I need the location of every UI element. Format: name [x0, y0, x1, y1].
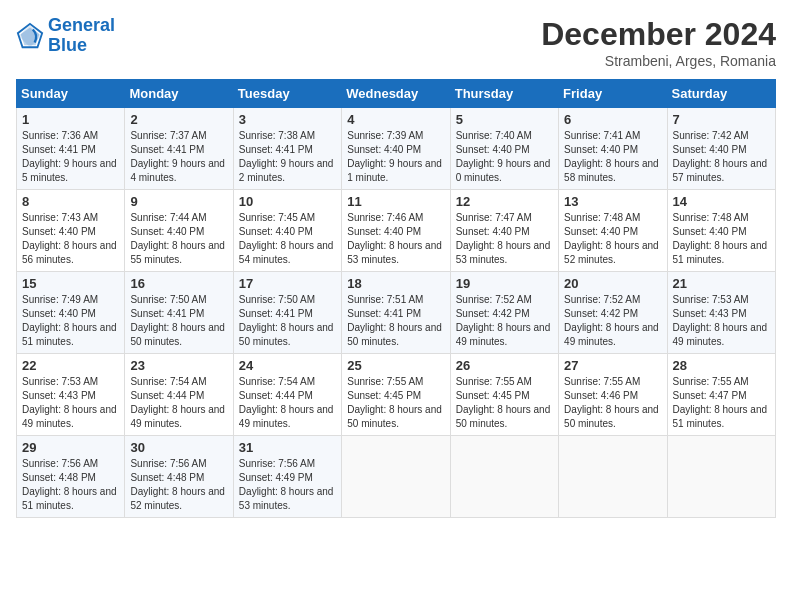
calendar-cell: 19Sunrise: 7:52 AMSunset: 4:42 PMDayligh…: [450, 272, 558, 354]
col-header-thursday: Thursday: [450, 80, 558, 108]
day-number: 22: [22, 358, 119, 373]
day-info: Sunrise: 7:47 AMSunset: 4:40 PMDaylight:…: [456, 211, 553, 267]
calendar-cell: 22Sunrise: 7:53 AMSunset: 4:43 PMDayligh…: [17, 354, 125, 436]
calendar-week-3: 15Sunrise: 7:49 AMSunset: 4:40 PMDayligh…: [17, 272, 776, 354]
day-info: Sunrise: 7:37 AMSunset: 4:41 PMDaylight:…: [130, 129, 227, 185]
calendar-cell: 31Sunrise: 7:56 AMSunset: 4:49 PMDayligh…: [233, 436, 341, 518]
col-header-tuesday: Tuesday: [233, 80, 341, 108]
day-number: 19: [456, 276, 553, 291]
day-number: 21: [673, 276, 770, 291]
calendar-cell: 29Sunrise: 7:56 AMSunset: 4:48 PMDayligh…: [17, 436, 125, 518]
day-info: Sunrise: 7:45 AMSunset: 4:40 PMDaylight:…: [239, 211, 336, 267]
day-number: 12: [456, 194, 553, 209]
calendar-cell: 30Sunrise: 7:56 AMSunset: 4:48 PMDayligh…: [125, 436, 233, 518]
day-info: Sunrise: 7:55 AMSunset: 4:45 PMDaylight:…: [347, 375, 444, 431]
day-number: 16: [130, 276, 227, 291]
day-number: 5: [456, 112, 553, 127]
day-number: 29: [22, 440, 119, 455]
title-area: December 2024 Strambeni, Arges, Romania: [541, 16, 776, 69]
day-info: Sunrise: 7:56 AMSunset: 4:49 PMDaylight:…: [239, 457, 336, 513]
calendar-cell: [667, 436, 775, 518]
day-info: Sunrise: 7:53 AMSunset: 4:43 PMDaylight:…: [22, 375, 119, 431]
day-info: Sunrise: 7:46 AMSunset: 4:40 PMDaylight:…: [347, 211, 444, 267]
calendar-cell: [450, 436, 558, 518]
day-info: Sunrise: 7:44 AMSunset: 4:40 PMDaylight:…: [130, 211, 227, 267]
day-info: Sunrise: 7:54 AMSunset: 4:44 PMDaylight:…: [239, 375, 336, 431]
day-number: 31: [239, 440, 336, 455]
day-info: Sunrise: 7:41 AMSunset: 4:40 PMDaylight:…: [564, 129, 661, 185]
day-number: 18: [347, 276, 444, 291]
col-header-wednesday: Wednesday: [342, 80, 450, 108]
calendar-cell: 21Sunrise: 7:53 AMSunset: 4:43 PMDayligh…: [667, 272, 775, 354]
day-info: Sunrise: 7:48 AMSunset: 4:40 PMDaylight:…: [564, 211, 661, 267]
day-number: 3: [239, 112, 336, 127]
calendar-week-1: 1Sunrise: 7:36 AMSunset: 4:41 PMDaylight…: [17, 108, 776, 190]
calendar-cell: 26Sunrise: 7:55 AMSunset: 4:45 PMDayligh…: [450, 354, 558, 436]
calendar-cell: 7Sunrise: 7:42 AMSunset: 4:40 PMDaylight…: [667, 108, 775, 190]
calendar-cell: 11Sunrise: 7:46 AMSunset: 4:40 PMDayligh…: [342, 190, 450, 272]
day-number: 15: [22, 276, 119, 291]
calendar-header-row: SundayMondayTuesdayWednesdayThursdayFrid…: [17, 80, 776, 108]
logo-line2: Blue: [48, 35, 87, 55]
calendar-cell: 9Sunrise: 7:44 AMSunset: 4:40 PMDaylight…: [125, 190, 233, 272]
logo: General Blue: [16, 16, 115, 56]
day-info: Sunrise: 7:42 AMSunset: 4:40 PMDaylight:…: [673, 129, 770, 185]
day-number: 24: [239, 358, 336, 373]
calendar-cell: 8Sunrise: 7:43 AMSunset: 4:40 PMDaylight…: [17, 190, 125, 272]
day-number: 9: [130, 194, 227, 209]
day-number: 4: [347, 112, 444, 127]
day-number: 17: [239, 276, 336, 291]
calendar-cell: 17Sunrise: 7:50 AMSunset: 4:41 PMDayligh…: [233, 272, 341, 354]
day-number: 14: [673, 194, 770, 209]
day-number: 28: [673, 358, 770, 373]
calendar-cell: 16Sunrise: 7:50 AMSunset: 4:41 PMDayligh…: [125, 272, 233, 354]
calendar-cell: 4Sunrise: 7:39 AMSunset: 4:40 PMDaylight…: [342, 108, 450, 190]
logo-icon: [16, 22, 44, 50]
day-info: Sunrise: 7:49 AMSunset: 4:40 PMDaylight:…: [22, 293, 119, 349]
day-info: Sunrise: 7:50 AMSunset: 4:41 PMDaylight:…: [239, 293, 336, 349]
calendar-cell: 10Sunrise: 7:45 AMSunset: 4:40 PMDayligh…: [233, 190, 341, 272]
day-number: 10: [239, 194, 336, 209]
calendar-week-4: 22Sunrise: 7:53 AMSunset: 4:43 PMDayligh…: [17, 354, 776, 436]
calendar-cell: 12Sunrise: 7:47 AMSunset: 4:40 PMDayligh…: [450, 190, 558, 272]
logo-line1: General: [48, 15, 115, 35]
location-subtitle: Strambeni, Arges, Romania: [541, 53, 776, 69]
calendar-cell: 6Sunrise: 7:41 AMSunset: 4:40 PMDaylight…: [559, 108, 667, 190]
col-header-saturday: Saturday: [667, 80, 775, 108]
day-info: Sunrise: 7:39 AMSunset: 4:40 PMDaylight:…: [347, 129, 444, 185]
month-title: December 2024: [541, 16, 776, 53]
day-info: Sunrise: 7:52 AMSunset: 4:42 PMDaylight:…: [564, 293, 661, 349]
logo-text: General Blue: [48, 16, 115, 56]
day-info: Sunrise: 7:48 AMSunset: 4:40 PMDaylight:…: [673, 211, 770, 267]
calendar-week-5: 29Sunrise: 7:56 AMSunset: 4:48 PMDayligh…: [17, 436, 776, 518]
calendar-cell: 25Sunrise: 7:55 AMSunset: 4:45 PMDayligh…: [342, 354, 450, 436]
day-number: 8: [22, 194, 119, 209]
calendar-cell: 14Sunrise: 7:48 AMSunset: 4:40 PMDayligh…: [667, 190, 775, 272]
day-info: Sunrise: 7:43 AMSunset: 4:40 PMDaylight:…: [22, 211, 119, 267]
header: General Blue December 2024 Strambeni, Ar…: [16, 16, 776, 69]
day-number: 13: [564, 194, 661, 209]
calendar-cell: 18Sunrise: 7:51 AMSunset: 4:41 PMDayligh…: [342, 272, 450, 354]
calendar-cell: 23Sunrise: 7:54 AMSunset: 4:44 PMDayligh…: [125, 354, 233, 436]
day-number: 20: [564, 276, 661, 291]
calendar-cell: 1Sunrise: 7:36 AMSunset: 4:41 PMDaylight…: [17, 108, 125, 190]
calendar-week-2: 8Sunrise: 7:43 AMSunset: 4:40 PMDaylight…: [17, 190, 776, 272]
day-info: Sunrise: 7:51 AMSunset: 4:41 PMDaylight:…: [347, 293, 444, 349]
col-header-friday: Friday: [559, 80, 667, 108]
day-number: 27: [564, 358, 661, 373]
day-info: Sunrise: 7:52 AMSunset: 4:42 PMDaylight:…: [456, 293, 553, 349]
calendar-cell: 20Sunrise: 7:52 AMSunset: 4:42 PMDayligh…: [559, 272, 667, 354]
day-number: 11: [347, 194, 444, 209]
calendar-cell: [342, 436, 450, 518]
day-info: Sunrise: 7:54 AMSunset: 4:44 PMDaylight:…: [130, 375, 227, 431]
calendar-cell: 5Sunrise: 7:40 AMSunset: 4:40 PMDaylight…: [450, 108, 558, 190]
day-number: 26: [456, 358, 553, 373]
day-info: Sunrise: 7:50 AMSunset: 4:41 PMDaylight:…: [130, 293, 227, 349]
col-header-monday: Monday: [125, 80, 233, 108]
day-number: 1: [22, 112, 119, 127]
col-header-sunday: Sunday: [17, 80, 125, 108]
day-info: Sunrise: 7:55 AMSunset: 4:47 PMDaylight:…: [673, 375, 770, 431]
calendar-table: SundayMondayTuesdayWednesdayThursdayFrid…: [16, 79, 776, 518]
calendar-cell: 24Sunrise: 7:54 AMSunset: 4:44 PMDayligh…: [233, 354, 341, 436]
day-number: 23: [130, 358, 227, 373]
